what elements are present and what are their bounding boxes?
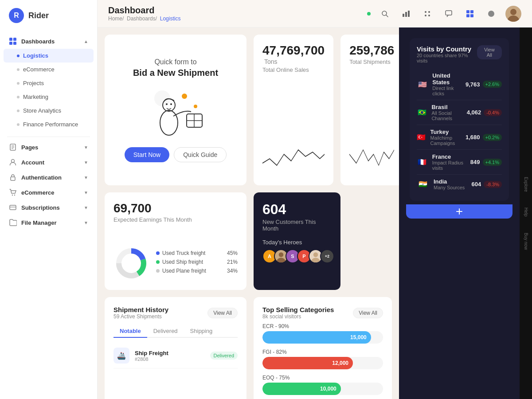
cta-title: Quick form to [154, 58, 196, 66]
theme-toggle[interactable] [484, 7, 498, 21]
svg-point-8 [12, 160, 15, 163]
sidebar-item-store-analytics[interactable]: Store Analytics [0, 104, 97, 117]
fr-source: Impact Radius visits [432, 160, 470, 171]
explore-tab[interactable]: Explore [524, 173, 528, 196]
ecommerce-pages-label: eCommerce [21, 189, 54, 196]
projects-label: Projects [23, 80, 44, 86]
freight-breakdown: Used Truck freight 45% Used Ship freight… [113, 246, 238, 281]
sidebar-item-logistics[interactable]: Logistics [4, 49, 94, 63]
svg-rect-3 [13, 42, 16, 45]
svg-point-20 [428, 11, 430, 13]
projects-dot [17, 82, 20, 85]
visits-subtitle: 20 countries share 97% visits [417, 53, 477, 63]
grid-icon[interactable] [463, 7, 477, 21]
svg-rect-16 [403, 14, 404, 17]
categories-view-all[interactable]: View All [353, 308, 383, 318]
br-flag: 🇧🇷 [417, 108, 427, 117]
cta-illustration [140, 85, 211, 138]
country-fr-left: 🇫🇷 France Impact Radius visits [417, 153, 470, 171]
svg-point-10 [12, 195, 13, 196]
sidebar-item-ecommerce[interactable]: eCommerce [0, 63, 97, 76]
sidebar-group-authentication[interactable]: Authentication ▼ [0, 170, 97, 185]
chart-icon[interactable] [399, 7, 413, 21]
bar-ecr: ECR - 90% 15,000 [262, 323, 383, 344]
sidebar-group-pages[interactable]: Pages ▼ [0, 140, 97, 155]
sidebar-item-finance-performance[interactable]: Finance Performance [0, 117, 97, 131]
svg-point-45 [279, 252, 284, 257]
bar-eoq: EOQ - 75% 10,000 [262, 375, 383, 395]
svg-rect-18 [408, 11, 410, 17]
bar-fgi-track: 12,000 [262, 357, 383, 369]
sidebar-group-dashboards[interactable]: Dashboards ▲ [0, 34, 97, 49]
shipments-sparkline [349, 141, 394, 176]
apps-icon[interactable] [420, 7, 434, 21]
bar-ecr-label: ECR - 90% [262, 323, 383, 329]
sidebar-logo: R Rider [0, 0, 97, 31]
sidebar-item-projects[interactable]: Projects [0, 76, 97, 90]
help-tab[interactable]: Help [524, 204, 528, 220]
svg-rect-1 [13, 38, 16, 41]
subscriptions-label: Subscriptions [21, 204, 60, 211]
start-now-button[interactable]: Start Now [125, 147, 169, 162]
in-source: Many Sources [434, 185, 465, 190]
sidebar-group-subscriptions[interactable]: Subscriptions ▼ [0, 200, 97, 215]
ecommerce-dot [17, 68, 20, 71]
svg-point-31 [160, 110, 178, 135]
svg-rect-9 [11, 177, 15, 180]
us-flag: 🇺🇸 [417, 80, 428, 89]
categories-title: Top Selling Categories [262, 306, 334, 313]
fr-name: France [432, 153, 470, 160]
app-name: Rider [28, 11, 49, 20]
user-avatar[interactable] [505, 6, 521, 22]
freight-donut [113, 246, 149, 281]
svg-point-22 [428, 15, 430, 16]
country-tr-left: 🇹🇷 Turkey Mailchimp Campaigns [417, 129, 466, 146]
history-view-all[interactable]: View All [207, 308, 238, 318]
sidebar-group-file-manager[interactable]: File Manager ▼ [0, 215, 97, 230]
avatar-count: +2 [320, 249, 334, 263]
tab-notable[interactable]: Notable [113, 325, 147, 338]
tab-shipping[interactable]: Shipping [184, 325, 219, 338]
ship-id-1: #2808 [135, 356, 205, 362]
fr-change: +4.1% [483, 159, 502, 166]
quick-guide-button[interactable]: Quick Guide [174, 147, 227, 162]
logo-icon: R [9, 8, 24, 23]
sidebar-group-ecommerce-pages[interactable]: eCommerce ▼ [0, 185, 97, 200]
visits-by-country-card: Visits by Country 20 countries share 97%… [410, 38, 509, 201]
chat-icon[interactable] [442, 7, 456, 21]
buy-now-tab[interactable]: Buy now [524, 229, 528, 253]
in-stats: 604 -8.3% [472, 181, 502, 188]
tr-stats: 1,680 +0.2% [466, 134, 502, 141]
header-right [367, 6, 521, 22]
truck-pct: 45% [227, 250, 238, 256]
finance-performance-label: Finance Performance [23, 121, 78, 128]
file-manager-label: File Manager [21, 219, 56, 226]
second-cards-grid: 69,700 Expected Earnings This Month [105, 192, 392, 290]
store-analytics-label: Store Analytics [23, 107, 61, 114]
svg-point-19 [425, 11, 426, 13]
account-chevron: ▼ [84, 160, 88, 165]
expected-earnings-card: 69,700 Expected Earnings This Month [105, 192, 246, 290]
total-shipments-value: 259,786 [349, 43, 394, 58]
store-analytics-dot [17, 110, 20, 112]
categories-header: Top Selling Categories 8k social visitor… [262, 306, 383, 320]
visits-view-all[interactable]: View All [477, 45, 502, 59]
sidebar-item-marketing[interactable]: Marketing [0, 90, 97, 104]
visits-more-button[interactable] [406, 204, 512, 219]
tab-delivered[interactable]: Delivered [147, 325, 184, 338]
sidebar: R Rider Dashboards ▲ Logistics eCommerce [0, 0, 98, 399]
us-value: 9,763 [466, 81, 480, 88]
sidebar-group-account[interactable]: Account ▼ [0, 155, 97, 170]
search-icon[interactable] [378, 7, 392, 21]
earnings-label: Expected Earnings This Month [113, 216, 238, 223]
fr-stats: 849 +4.1% [470, 159, 502, 166]
svg-point-36 [182, 94, 187, 99]
svg-rect-17 [405, 12, 407, 17]
top-selling-card: Top Selling Categories 8k social visitor… [254, 297, 392, 399]
svg-rect-23 [446, 11, 452, 15]
svg-point-38 [166, 103, 168, 105]
header-left: Dashboard Home/ Dashboards/ Logistics [108, 5, 180, 22]
bar-eoq-fill: 10,000 [262, 383, 341, 395]
file-manager-icon [9, 219, 17, 227]
svg-point-47 [313, 252, 318, 257]
